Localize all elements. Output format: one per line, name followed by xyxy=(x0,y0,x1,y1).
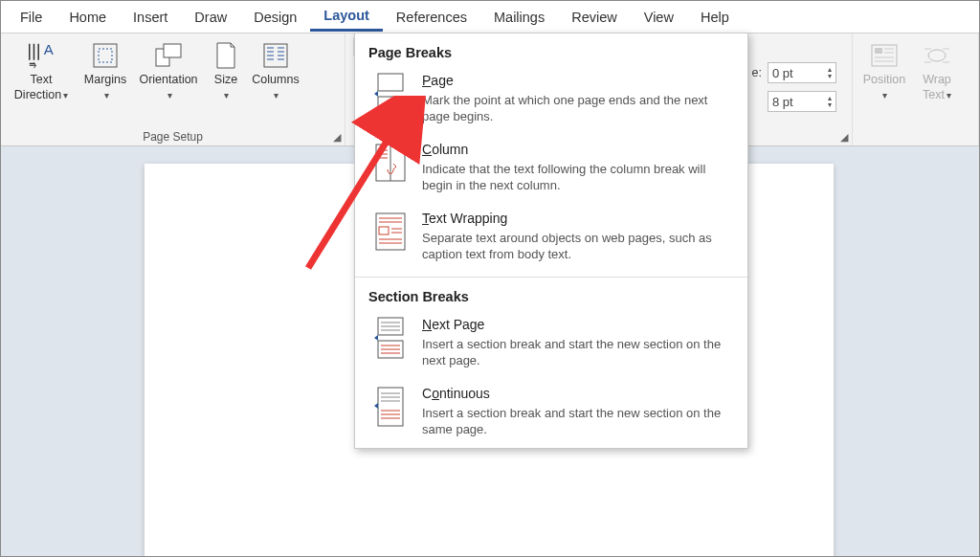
column-break-icon xyxy=(368,141,412,185)
spacing-before-input[interactable]: 0 pt▴▾ xyxy=(768,62,836,83)
break-column-title: Column xyxy=(422,141,734,159)
spacing-after-input[interactable]: 8 pt▴▾ xyxy=(768,91,836,112)
columns-button[interactable]: Columns▾ xyxy=(248,37,303,105)
group-page-setup: A Text Direction▾ Margins▾ Orientation▾ xyxy=(1,33,345,145)
svg-rect-4 xyxy=(164,44,181,57)
svg-rect-30 xyxy=(376,213,405,250)
page-breaks-header: Page Breaks xyxy=(355,33,747,66)
page-break-icon xyxy=(368,72,412,116)
tab-home[interactable]: Home xyxy=(56,4,120,31)
svg-rect-17 xyxy=(875,48,882,54)
spacing-before-value: 0 pt xyxy=(772,66,793,80)
spacing-before-label: e: xyxy=(752,66,762,79)
break-continuous-item[interactable]: ContinuousInsert a section break and sta… xyxy=(355,379,747,448)
break-textwrap-desc: Separate text around objects on web page… xyxy=(422,230,734,263)
chevron-down-icon: ▾ xyxy=(882,90,887,100)
tab-help[interactable]: Help xyxy=(687,4,743,31)
break-page-desc: Mark the point at which one page ends an… xyxy=(422,92,734,125)
break-textwrap-item[interactable]: Text WrappingSeparate text around object… xyxy=(355,204,747,273)
text-direction-icon: A xyxy=(26,40,56,71)
continuous-icon xyxy=(368,385,412,429)
tab-draw[interactable]: Draw xyxy=(181,4,240,31)
spacing-after-value: 8 pt xyxy=(772,95,793,109)
break-continuous-desc: Insert a section break and start the new… xyxy=(422,405,734,438)
page-setup-launcher[interactable]: ◢ xyxy=(333,131,341,144)
columns-label: Columns xyxy=(252,73,299,86)
svg-rect-27 xyxy=(378,97,403,114)
size-button[interactable]: Size▾ xyxy=(204,37,248,105)
break-column-item[interactable]: ColumnIndicate that the text following t… xyxy=(355,135,747,204)
margins-label: Margins xyxy=(84,73,126,86)
size-label: Size xyxy=(214,73,237,86)
orientation-label: Orientation xyxy=(139,73,197,86)
chevron-down-icon: ▾ xyxy=(63,90,68,100)
margins-button[interactable]: Margins▾ xyxy=(78,37,133,105)
tab-view[interactable]: View xyxy=(631,4,687,31)
break-continuous-title: Continuous xyxy=(422,385,734,403)
svg-text:A: A xyxy=(44,41,54,57)
svg-rect-1 xyxy=(94,44,117,67)
chevron-down-icon: ▾ xyxy=(274,90,278,100)
menu-tabs: File Home Insert Draw Design Layout Refe… xyxy=(1,1,979,33)
break-nextpage-title: Next Page xyxy=(422,316,734,334)
tab-design[interactable]: Design xyxy=(240,4,310,31)
tab-references[interactable]: References xyxy=(383,4,480,31)
group-arrange: Position▾ Wrap Text▾ xyxy=(853,33,979,145)
break-nextpage-desc: Insert a section break and start the new… xyxy=(422,336,734,369)
break-page-item[interactable]: PageMark the point at which one page end… xyxy=(355,66,747,135)
chevron-down-icon: ▾ xyxy=(104,90,109,100)
tab-layout[interactable]: Layout xyxy=(310,2,383,32)
svg-rect-26 xyxy=(378,74,403,91)
break-column-desc: Indicate that the text following the col… xyxy=(422,161,734,194)
columns-icon xyxy=(260,40,291,71)
break-nextpage-item[interactable]: Next PageInsert a section break and star… xyxy=(355,310,747,379)
tab-review[interactable]: Review xyxy=(558,4,631,31)
paragraph-launcher[interactable]: ◢ xyxy=(840,131,848,144)
breaks-dropdown: Page Breaks PageMark the point at which … xyxy=(354,33,748,449)
tab-file[interactable]: File xyxy=(7,4,56,31)
text-direction-label: Text Direction xyxy=(14,73,61,101)
page-setup-group-label: Page Setup xyxy=(5,130,341,145)
position-label: Position xyxy=(863,73,905,86)
spinner-arrows[interactable]: ▴▾ xyxy=(828,95,832,108)
chevron-down-icon: ▾ xyxy=(167,90,172,100)
wrap-text-button[interactable]: Wrap Text▾ xyxy=(912,37,962,105)
section-breaks-header: Section Breaks xyxy=(355,278,747,310)
text-direction-button[interactable]: A Text Direction▾ xyxy=(5,37,78,105)
margins-icon xyxy=(90,40,121,71)
position-icon xyxy=(869,40,900,71)
text-wrapping-icon xyxy=(368,210,412,254)
svg-rect-2 xyxy=(99,49,112,62)
tab-insert[interactable]: Insert xyxy=(120,4,181,31)
wrap-text-icon xyxy=(922,40,952,71)
size-icon xyxy=(211,40,241,71)
break-textwrap-title: Text Wrapping xyxy=(422,210,734,228)
spinner-arrows[interactable]: ▴▾ xyxy=(828,66,832,79)
next-page-icon xyxy=(368,316,412,360)
orientation-button[interactable]: Orientation▾ xyxy=(133,37,204,105)
break-page-title: Page xyxy=(422,72,734,90)
tab-mailings[interactable]: Mailings xyxy=(480,4,558,31)
chevron-down-icon: ▾ xyxy=(947,90,951,100)
orientation-icon xyxy=(153,40,184,71)
position-button[interactable]: Position▾ xyxy=(857,37,912,105)
chevron-down-icon: ▾ xyxy=(224,90,229,100)
